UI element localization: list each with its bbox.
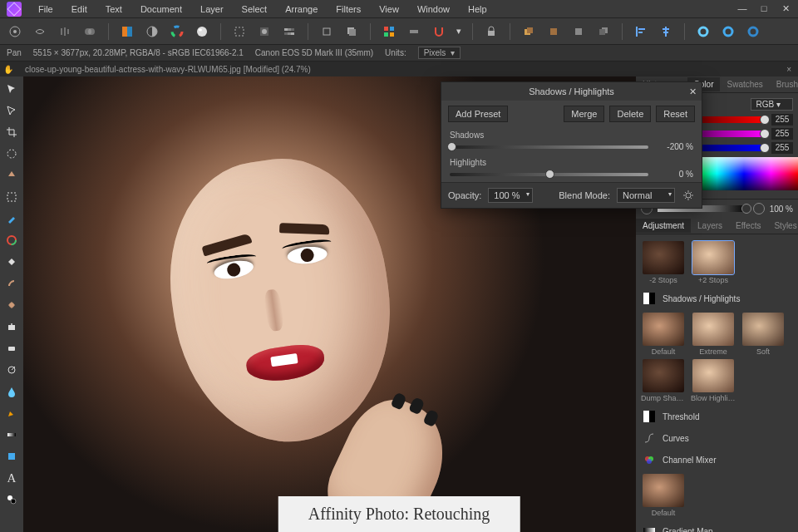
fill-tool-icon[interactable] — [2, 253, 21, 271]
adjustment-curves[interactable]: Curves — [641, 427, 793, 449]
adjustment-shadows-highlights[interactable]: Shadows / Highlights — [641, 288, 793, 309]
persona-tone-icon[interactable] — [80, 22, 100, 42]
preset-blow-highlights[interactable]: Blow Highlights — [691, 359, 736, 402]
smudge-tool-icon[interactable] — [2, 274, 21, 293]
svg-rect-53 — [649, 293, 655, 304]
color-picker-icon[interactable] — [2, 490, 21, 509]
gear-icon[interactable] — [682, 189, 695, 202]
healing-brush-icon[interactable] — [2, 296, 21, 314]
marquee-icon[interactable] — [229, 22, 249, 42]
add-preset-button[interactable]: Add Preset — [448, 106, 508, 122]
blue-value[interactable]: 255 — [771, 142, 793, 154]
move-tool-icon[interactable] — [2, 80, 21, 98]
menu-edit[interactable]: Edit — [63, 2, 96, 17]
close-icon[interactable]: ✕ — [780, 3, 791, 14]
magnet-icon[interactable] — [429, 22, 449, 42]
marquee-tool-icon[interactable] — [2, 188, 21, 206]
donut3-icon[interactable] — [743, 22, 763, 42]
blend-mode-select[interactable]: Normal — [617, 188, 675, 203]
arrange-front-icon[interactable] — [519, 22, 539, 42]
flood-select-icon[interactable] — [2, 166, 21, 185]
lock-icon[interactable] — [481, 22, 501, 42]
adjustment-channel-mixer[interactable]: Channel Mixer — [641, 449, 793, 470]
tab-effects[interactable]: Effects — [729, 219, 767, 233]
clone-tool-icon[interactable] — [2, 318, 21, 336]
color-wheel-icon[interactable] — [167, 22, 187, 42]
color-mode-select[interactable]: RGB ▾ — [751, 98, 793, 111]
menu-arrange[interactable]: Arrange — [277, 2, 326, 17]
arrange-back-icon[interactable] — [594, 22, 613, 42]
quick-mask-icon[interactable] — [254, 22, 274, 42]
selection-brush-icon[interactable] — [2, 145, 21, 163]
preset-soft[interactable]: Soft — [741, 313, 786, 356]
grid-toggle-icon[interactable] — [379, 22, 399, 42]
tab-adjustment[interactable]: Adjustment — [636, 219, 691, 233]
tab-swatches[interactable]: Swatches — [720, 77, 769, 91]
highlights-slider[interactable] — [450, 173, 648, 176]
preset-plus2stops[interactable]: +2 Stops — [691, 241, 736, 284]
paint-brush-icon[interactable] — [2, 209, 21, 228]
menu-filters[interactable]: Filters — [328, 2, 369, 17]
erase-tool-icon[interactable] — [2, 339, 21, 357]
crop-tool-icon[interactable] — [2, 123, 21, 141]
minimize-icon[interactable]: — — [736, 3, 748, 14]
merge-button[interactable]: Merge — [564, 106, 604, 122]
adjustment-threshold[interactable]: Threshold — [641, 406, 793, 427]
blur-tool-icon[interactable] — [2, 382, 21, 401]
node-tool-icon[interactable] — [2, 101, 21, 120]
tab-styles[interactable]: Styles — [767, 219, 798, 233]
sphere-icon[interactable] — [192, 22, 212, 42]
contrast-icon[interactable] — [142, 22, 162, 42]
swatch-split-icon[interactable] — [117, 22, 137, 42]
preset-default[interactable]: Default — [641, 313, 686, 356]
crop-mode-icon[interactable] — [317, 22, 337, 42]
tab-close-icon[interactable]: × — [786, 65, 791, 74]
arrange-forward-icon[interactable] — [544, 22, 564, 42]
opacity-select[interactable]: 100 % — [488, 188, 532, 203]
text-tool-icon[interactable]: A — [2, 469, 21, 487]
preset-gm-default[interactable]: Default — [641, 474, 686, 517]
menu-file[interactable]: File — [30, 2, 62, 17]
donut1-icon[interactable] — [693, 22, 713, 42]
hand-tool-icon[interactable]: ✋ — [3, 65, 13, 74]
shape-tool-icon[interactable] — [2, 447, 21, 466]
align-left-icon[interactable] — [631, 22, 651, 42]
snap-toggle-icon[interactable] — [404, 22, 424, 42]
panel-titlebar[interactable]: Shadows / Highlights ✕ — [441, 82, 702, 101]
snap-dropdown-icon[interactable]: ▾ — [454, 22, 464, 42]
units-select[interactable]: Pixels ▾ — [418, 47, 461, 59]
tab-layers[interactable]: Layers — [691, 219, 729, 233]
stack-icon[interactable] — [342, 22, 362, 42]
panel-close-icon[interactable]: ✕ — [689, 86, 697, 97]
refine-icon[interactable] — [279, 22, 299, 42]
menu-window[interactable]: Window — [409, 2, 458, 17]
menu-view[interactable]: View — [371, 2, 407, 17]
preset-dump-shadows[interactable]: Dump Shadows — [641, 359, 686, 402]
preset-extreme[interactable]: Extreme — [691, 313, 736, 356]
persona-photo-icon[interactable] — [5, 22, 25, 42]
menu-help[interactable]: Help — [460, 2, 495, 17]
arrange-backward-icon[interactable] — [569, 22, 589, 42]
persona-liquify-icon[interactable] — [30, 22, 50, 42]
menu-document[interactable]: Document — [132, 2, 190, 17]
persona-develop-icon[interactable] — [55, 22, 75, 42]
dodge-tool-icon[interactable] — [2, 361, 21, 379]
menu-layer[interactable]: Layer — [192, 2, 232, 17]
red-value[interactable]: 255 — [771, 114, 793, 126]
donut2-icon[interactable] — [718, 22, 738, 42]
maximize-icon[interactable]: □ — [758, 3, 770, 14]
reset-button[interactable]: Reset — [656, 106, 695, 122]
pen-tool-icon[interactable] — [2, 404, 21, 422]
tab-brushes[interactable]: Brushes — [770, 77, 798, 91]
align-center-icon[interactable] — [656, 22, 676, 42]
document-tab[interactable]: close-up-young-beautiful-actress-with-wa… — [18, 63, 318, 76]
menu-text[interactable]: Text — [97, 2, 131, 17]
preset-minus2stops[interactable]: -2 Stops — [641, 241, 686, 284]
delete-button[interactable]: Delete — [609, 106, 651, 122]
gradient-tool-icon[interactable] — [2, 426, 21, 444]
adjustment-gradient-map[interactable]: Gradient Map — [641, 520, 793, 532]
green-value[interactable]: 255 — [771, 128, 793, 140]
menu-select[interactable]: Select — [234, 2, 276, 17]
color-replace-icon[interactable] — [2, 231, 21, 249]
shadows-slider[interactable] — [450, 145, 648, 149]
